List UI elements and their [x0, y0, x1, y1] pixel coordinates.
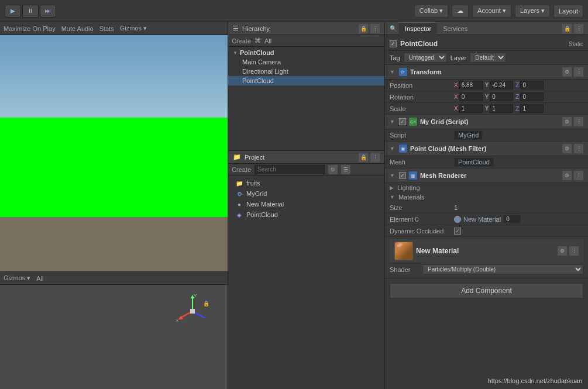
play-button[interactable]: ▶ [5, 5, 21, 18]
hierarchy-menu-btn[interactable]: ⋮ [370, 24, 380, 33]
hierarchy-title: Hierarchy [242, 25, 270, 32]
materials-expand-icon: ▼ [390, 194, 395, 200]
scene-gizmos-btn[interactable]: Gizmos ▾ [4, 274, 30, 282]
hierarchy-icon: ☰ [233, 25, 239, 32]
material-preview [394, 242, 413, 260]
step-button[interactable]: ⏭ [40, 5, 56, 18]
transform-menu-btn[interactable]: ⋮ [574, 67, 583, 77]
mygrid-header[interactable]: ▼ ✓ C# My Grid (Script) ⚙ ⋮ [385, 115, 588, 129]
transform-header[interactable]: ▼ ⟳ Transform ⚙ ⋮ [385, 65, 588, 80]
position-value: X Y Z [454, 81, 583, 89]
list-item[interactable]: ◈ PointCloud [233, 209, 380, 220]
mesh-ref[interactable]: PointCloud [454, 157, 494, 167]
layer-select[interactable]: Default [470, 53, 506, 63]
new-material-header[interactable]: New Material ⚙ ⋮ [390, 239, 583, 263]
scale-y-input[interactable] [490, 104, 513, 113]
rot-x-input[interactable] [459, 92, 483, 101]
account-button[interactable]: Account ▾ [472, 5, 511, 18]
project-title: Project [245, 154, 264, 161]
hierarchy-item[interactable]: PointCloud [228, 76, 384, 85]
meshrenderer-active-checkbox[interactable]: ✓ [399, 172, 406, 179]
svg-rect-7 [190, 309, 195, 314]
hierarchy-content: ▼ PointCloud Main Camera Directional Lig… [228, 47, 384, 150]
new-material-settings-btn[interactable]: ⚙ [558, 246, 567, 256]
inspector-lock-btn[interactable]: 🔒 [562, 24, 572, 33]
pos-x-input[interactable] [459, 81, 483, 89]
materials-row[interactable]: ▼ Materials [385, 192, 588, 202]
tab-services[interactable]: Services [437, 22, 473, 35]
project-filter-btn[interactable]: ☰ [341, 165, 350, 174]
game-view-canvas [0, 35, 228, 271]
create-btn[interactable]: Create [232, 37, 251, 44]
material-value-input[interactable] [503, 215, 521, 223]
mygrid-title: My Grid (Script) [420, 118, 469, 125]
collab-button[interactable]: Collab ▾ [414, 5, 448, 18]
meshrenderer-menu-btn[interactable]: ⋮ [574, 171, 583, 180]
project-content: 📁 fruits ⚙ MyGrid ● New Material ◈ Point… [228, 175, 384, 389]
transform-settings-btn[interactable]: ⚙ [562, 67, 572, 77]
hierarchy-item[interactable]: Directional Light [228, 67, 384, 76]
rot-z-label: Z [515, 94, 519, 100]
script-ref[interactable]: MyGrid [454, 130, 483, 140]
project-create-btn[interactable]: Create [232, 166, 251, 173]
project-refresh-btn[interactable]: ↻ [328, 165, 338, 174]
transform-icon: ⟳ [399, 68, 407, 76]
pos-z-input[interactable] [520, 81, 544, 89]
project-lock-btn[interactable]: 🔒 [359, 153, 368, 162]
mygrid-menu-btn[interactable]: ⋮ [574, 117, 583, 126]
scene-all-btn[interactable]: All [36, 275, 43, 282]
pause-button[interactable]: ⏸ [22, 5, 39, 18]
add-component-button[interactable]: Add Component [390, 283, 583, 298]
project-controls: 🔒 ⋮ [359, 153, 380, 162]
meshrenderer-header[interactable]: ▼ ✓ ▦ Mesh Renderer ⚙ ⋮ [385, 168, 588, 183]
scale-z-input[interactable] [520, 104, 544, 113]
new-material-menu-btn[interactable]: ⋮ [569, 246, 579, 256]
layout-button[interactable]: Layout [553, 5, 583, 18]
hierarchy-item[interactable]: ▼ PointCloud [228, 48, 384, 57]
cloud-button[interactable]: ☁ [452, 5, 469, 18]
mygrid-settings-btn[interactable]: ⚙ [562, 117, 572, 126]
scale-x-input[interactable] [459, 104, 483, 113]
meshrenderer-settings-btn[interactable]: ⚙ [562, 171, 572, 180]
tab-inspector[interactable]: Inspector [399, 22, 437, 35]
meshfilter-header[interactable]: ▼ ▣ Point Cloud (Mesh Filter) ⚙ ⋮ [385, 142, 588, 156]
tag-select[interactable]: Untagged [404, 53, 447, 63]
hierarchy-lock-btn[interactable]: 🔒 [359, 24, 368, 33]
hierarchy-item[interactable]: Main Camera [228, 57, 384, 67]
tag-layer-row: Tag Untagged Layer Default [385, 51, 588, 65]
meshfilter-settings-btn[interactable]: ⚙ [562, 144, 572, 153]
list-item[interactable]: ● New Material [233, 199, 380, 209]
rot-z-input[interactable] [520, 92, 544, 101]
middle-panel: ☰ Hierarchy 🔒 ⋮ Create ⌘ All ▼ PointClou… [228, 22, 385, 389]
material-name[interactable]: New Material [463, 216, 501, 223]
list-item[interactable]: ⚙ MyGrid [233, 188, 380, 199]
scale-z-label: Z [515, 105, 519, 112]
dynamic-occluded-checkbox[interactable]: ✓ [454, 228, 461, 235]
game-view-toolbar: Maximize On Play Mute Audio Stats Gizmos… [0, 22, 228, 35]
position-label: Position [390, 82, 454, 89]
shader-select[interactable]: Particles/Multiply (Double) [422, 264, 583, 274]
pos-y-input[interactable] [490, 81, 513, 89]
inspector-menu-btn[interactable]: ⋮ [574, 24, 583, 33]
project-search-input[interactable] [255, 165, 325, 174]
element0-value: New Material [454, 215, 583, 223]
hierarchy-item-label: PointCloud [242, 77, 274, 84]
inspector-icon: 🔍 [390, 25, 397, 32]
object-active-checkbox[interactable]: ✓ [390, 40, 397, 47]
rot-y-label: Y [485, 94, 489, 100]
all-btn[interactable]: All [264, 37, 271, 44]
project-menu-btn[interactable]: ⋮ [370, 153, 380, 162]
list-item[interactable]: 📁 fruits [233, 178, 380, 188]
meshfilter-menu-btn[interactable]: ⋮ [574, 144, 583, 153]
mygrid-expand-icon: ▼ [390, 119, 395, 125]
mesh-label: Mesh [390, 159, 454, 166]
project-item-label: fruits [246, 180, 260, 187]
project-item-label: New Material [246, 201, 284, 208]
meshrenderer-controls: ⚙ ⋮ [562, 171, 583, 180]
layers-button[interactable]: Layers ▾ [515, 5, 550, 18]
rot-y-input[interactable] [490, 92, 513, 101]
play-controls: ▶ ⏸ ⏭ [5, 5, 56, 18]
lighting-row[interactable]: ▶ Lighting [385, 183, 588, 192]
mygrid-active-checkbox[interactable]: ✓ [399, 118, 406, 125]
gizmos-btn[interactable]: Gizmos ▾ [120, 25, 147, 32]
